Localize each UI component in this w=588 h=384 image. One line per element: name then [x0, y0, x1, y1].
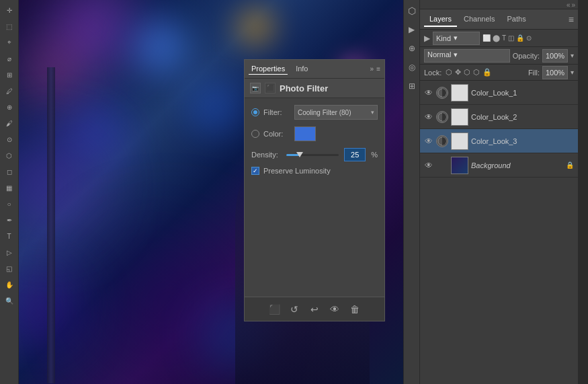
- expand-icon[interactable]: »: [370, 65, 374, 73]
- layer-eye-3[interactable]: 👁: [424, 137, 433, 146]
- footer-eye-icon[interactable]: 👁: [328, 303, 341, 316]
- color-row: Color:: [251, 126, 378, 141]
- toolbar-pen[interactable]: ✒: [2, 213, 17, 227]
- tab-info[interactable]: Info: [293, 63, 310, 75]
- lock-icon-5[interactable]: 🔒: [482, 68, 492, 77]
- panel-menu-icon[interactable]: ≡: [569, 14, 574, 25]
- properties-title: Photo Filter: [280, 83, 328, 93]
- density-input[interactable]: [344, 148, 366, 161]
- toolbar-wand[interactable]: ⌀: [2, 51, 17, 66]
- kind-arrow: ▾: [454, 34, 458, 42]
- toolbar-path[interactable]: ▷: [2, 245, 17, 260]
- camera-adj-icon: 📷: [250, 83, 261, 93]
- layer-item-color-look-2[interactable]: 👁 Color_Look_2: [420, 105, 578, 129]
- toolbar-dodge[interactable]: ○: [2, 196, 17, 211]
- tab-channels[interactable]: Channels: [458, 12, 500, 27]
- toolbar-type[interactable]: T: [2, 229, 17, 243]
- toolbar-eraser[interactable]: ◻: [2, 164, 17, 179]
- lock-icon-3[interactable]: ⬡: [464, 68, 470, 77]
- color-label: Color:: [263, 130, 290, 138]
- panel-tabs: Layers Channels Paths: [424, 12, 532, 27]
- filter-dropdown[interactable]: Cooling Filter (80) ▾: [294, 105, 378, 120]
- filter-radio[interactable]: [251, 108, 259, 116]
- layers-play-btn[interactable]: ▶: [424, 34, 430, 43]
- kind-icon-adj[interactable]: ⬤: [493, 34, 500, 42]
- right-side-strip: ⬡ ▶ ⊕ ◎ ⊞: [403, 0, 419, 384]
- preserve-checkbox[interactable]: [251, 167, 259, 175]
- footer-delete-icon[interactable]: 🗑: [348, 303, 362, 316]
- layer-eye-2[interactable]: 👁: [424, 112, 433, 122]
- fill-arrow[interactable]: ▾: [571, 69, 574, 76]
- color-radio[interactable]: [251, 130, 259, 138]
- kind-icon-type[interactable]: T: [502, 34, 506, 42]
- layer-eye-1[interactable]: 👁: [424, 88, 433, 98]
- layer-adj-icon-3: [436, 135, 448, 147]
- layer-item-color-look-1[interactable]: 👁 Color_Look_1: [420, 81, 578, 105]
- toolbar-heal[interactable]: ⊕: [2, 100, 17, 114]
- side-icon-5[interactable]: ⊞: [405, 79, 419, 93]
- opacity-input[interactable]: [542, 49, 568, 63]
- filter-row: Filter: Cooling Filter (80) ▾: [251, 105, 378, 120]
- lock-icon-2[interactable]: ✥: [455, 68, 461, 77]
- layer-item-background[interactable]: 👁 Background 🔒: [420, 153, 578, 178]
- layer-thumb-1: [451, 84, 468, 102]
- expand-right[interactable]: »: [571, 1, 575, 7]
- properties-body: Filter: Cooling Filter (80) ▾ Color: Den…: [245, 98, 384, 182]
- layer-thumb-3: [451, 132, 468, 150]
- side-icon-2[interactable]: ▶: [405, 23, 419, 36]
- toolbar-lasso[interactable]: ⌖: [2, 35, 17, 50]
- lock-icon-1[interactable]: ⬡: [446, 68, 452, 77]
- adj-type-icon: ⬛: [265, 83, 276, 93]
- footer-undo-icon[interactable]: ↩: [308, 303, 321, 316]
- color-swatch[interactable]: [294, 126, 316, 141]
- layer-name-1: Color_Look_1: [471, 89, 574, 97]
- kind-dropdown[interactable]: Kind ▾: [433, 32, 480, 45]
- footer-reset-icon[interactable]: ↺: [288, 303, 301, 316]
- menu-icon[interactable]: ≡: [376, 65, 380, 73]
- layers-list: 👁 Color_Look_1 👁 Color_Look_2: [420, 81, 578, 384]
- tab-properties[interactable]: Properties: [249, 63, 288, 75]
- toolbar-clone[interactable]: ⊙: [2, 132, 17, 147]
- side-icon-3[interactable]: ⊕: [405, 42, 419, 55]
- kind-icon-extra[interactable]: ⊙: [526, 34, 532, 42]
- kind-icon-shape[interactable]: ◫: [508, 34, 514, 42]
- blend-mode-dropdown[interactable]: Normal ▾: [424, 49, 510, 63]
- left-toolbar: ✛ ⬚ ⌖ ⌀ ⊞ 🖊 ⊕ 🖌 ⊙ ⬡ ◻ ▦ ○ ✒ T ▷ ◱ ✋ 🔍: [0, 0, 19, 384]
- density-container: Density: %: [251, 148, 378, 161]
- toolbar-move[interactable]: ✛: [2, 3, 17, 17]
- layer-item-color-look-3[interactable]: 👁 Color_Look_3: [420, 129, 578, 153]
- expand-left[interactable]: «: [566, 1, 571, 7]
- toolbar-select[interactable]: ⬚: [2, 19, 17, 34]
- side-icon-4[interactable]: ◎: [405, 61, 419, 74]
- layer-name-2: Color_Look_2: [471, 113, 574, 121]
- density-label: Density:: [251, 151, 286, 159]
- layer-bg-spacer: [436, 159, 448, 171]
- properties-header: Properties Info » ≡: [245, 60, 384, 79]
- toolbar-eyedrop[interactable]: 🖊: [2, 83, 17, 98]
- opacity-arrow[interactable]: ▾: [571, 52, 574, 59]
- density-row: Density: %: [251, 148, 378, 161]
- kind-icon-pixel[interactable]: ⬜: [482, 34, 491, 42]
- kind-row: ▶ Kind ▾ ⬜ ⬤ T ◫ 🔒 ⊙: [420, 30, 578, 47]
- lock-icon-4[interactable]: ⬡: [473, 68, 480, 77]
- toolbar-crop[interactable]: ⊞: [2, 67, 17, 82]
- toolbar-history[interactable]: ⬡: [2, 148, 17, 163]
- toolbar-hand[interactable]: ✋: [2, 277, 17, 292]
- layers-panel-header: Layers Channels Paths ≡: [420, 9, 578, 30]
- layer-thumb-2: [451, 108, 468, 126]
- side-icon-1[interactable]: ⬡: [405, 4, 419, 17]
- toolbar-brush[interactable]: 🖌: [2, 116, 17, 130]
- kind-icon-smart[interactable]: 🔒: [516, 34, 524, 42]
- tab-layers[interactable]: Layers: [424, 12, 457, 27]
- tab-paths[interactable]: Paths: [502, 12, 532, 27]
- density-slider[interactable]: [286, 148, 339, 161]
- footer-mask-icon[interactable]: ⬛: [267, 303, 281, 316]
- toolbar-gradient[interactable]: ▦: [2, 180, 17, 195]
- toolbar-zoom[interactable]: 🔍: [2, 293, 17, 308]
- toolbar-shape[interactable]: ◱: [2, 261, 17, 276]
- filter-label: Filter:: [263, 108, 290, 116]
- fill-input[interactable]: [542, 66, 568, 79]
- lock-row: Lock: ⬡ ✥ ⬡ ⬡ 🔒 Fill: ▾: [420, 65, 578, 81]
- layer-eye-bg[interactable]: 👁: [424, 161, 433, 170]
- layer-adj-icon-1: [436, 87, 448, 99]
